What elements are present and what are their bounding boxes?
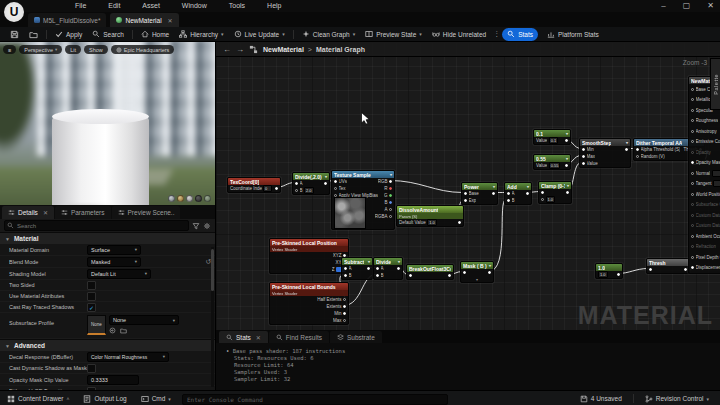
input-pin[interactable] [691,109,694,112]
output-pin[interactable] [324,182,327,185]
input-pin[interactable] [691,203,694,206]
search-button[interactable]: Search [87,28,129,41]
section-advanced[interactable]: ▼Advanced [0,339,215,351]
show-button[interactable]: Show [84,45,108,54]
graph-node-smoothstep[interactable]: SmoothStep▾MinMaxValue [579,138,631,168]
console-input[interactable] [182,394,448,405]
node-title[interactable]: Subtract▾ [342,258,372,265]
graph-node-pre-skinned-local-bounds[interactable]: Pre-Skinned Local BoundsVertex ShaderHal… [269,282,349,325]
menu-file[interactable]: File [64,0,97,12]
output-pin[interactable] [343,305,346,308]
input-pin[interactable] [691,151,694,154]
cmd-button[interactable]: Cmd▾ [134,391,178,405]
graph-node-power[interactable]: Power▾BaseExp [461,182,498,205]
close-tab-icon[interactable]: ✕ [168,17,173,24]
output-pin[interactable] [343,319,346,322]
output-pin[interactable] [389,201,392,204]
save-button[interactable] [5,28,24,41]
graph-node-texture-sample[interactable]: Texture Sample▾UVsRGBTexRApply View MipB… [331,170,395,230]
graph-node-const-0-55[interactable]: 0.55▾Value0.55 [533,154,571,170]
graph-node-divide-uv[interactable]: Divide(,2.0)▾AB2.0 [292,172,330,195]
live-update-button[interactable]: Live Update▾ [229,28,290,41]
node-title[interactable]: 1.0 [596,264,622,271]
input-pin[interactable] [334,187,337,190]
preview-viewport[interactable]: ≡ Perspective▾ Lit Show Epic Headquarter… [0,42,215,205]
graph-node-mask-b[interactable]: Mask ( B )▾▾ [460,261,494,283]
tab-new-material[interactable]: NewMaterial ✕ [110,13,178,27]
menu-window[interactable]: Window [171,0,218,12]
input-pin[interactable] [464,199,467,202]
forward-icon[interactable]: → [236,45,244,54]
browse-icon[interactable] [120,327,127,334]
use-selected-icon[interactable] [109,327,116,334]
subsurface-profile-dropdown[interactable]: None▾ [109,315,179,325]
output-pin[interactable] [565,164,568,167]
input-pin[interactable] [463,271,466,274]
close-icon[interactable]: ✕ [707,0,714,12]
output-log-button[interactable]: Output Log [76,391,133,405]
stats-button[interactable]: Stats [502,28,538,41]
input-pin[interactable] [582,155,585,158]
node-title[interactable]: Divide▾ [374,258,402,265]
output-pin[interactable] [448,274,451,277]
output-pin[interactable] [566,191,569,194]
back-icon[interactable]: ← [223,45,231,54]
menu-edit[interactable]: Edit [97,0,131,12]
input-pin[interactable] [649,268,652,271]
node-title[interactable]: TexCoord[0] [228,178,280,185]
output-pin[interactable] [275,187,278,190]
maximize-icon[interactable]: ▢ [683,0,691,12]
input-pin[interactable] [691,256,694,259]
cast-dynamic-shadow-as-masked-checkbox[interactable] [87,364,96,373]
value-box[interactable] [713,180,720,187]
tab-parameters[interactable]: Parameters [55,206,111,219]
input-pin[interactable] [636,155,639,158]
graph-node-clamp[interactable]: Clamp (0-1)▾1.0 [538,181,572,204]
output-pin[interactable] [397,267,400,270]
preview-shape-cylinder[interactable] [168,195,175,202]
output-pin[interactable] [389,215,392,218]
output-pin[interactable] [565,139,568,142]
node-title[interactable]: Pre-Skinned Local Position [270,239,348,246]
content-drawer-button[interactable]: Content Drawer˄ [0,391,76,405]
input-pin[interactable] [507,199,510,202]
graph-node-add[interactable]: Add▾AB [504,182,532,205]
output-pin[interactable] [488,271,491,274]
environment-button[interactable]: Epic Headquarters [111,45,175,54]
input-pin[interactable] [691,119,694,122]
output-pin[interactable] [625,148,628,151]
input-pin[interactable] [344,267,347,270]
input-pin[interactable] [691,130,694,133]
node-title[interactable]: Mask ( B )▾ [461,262,493,269]
value-box[interactable]: 0.1 [549,137,559,144]
node-title[interactable]: Clamp (0-1)▾ [539,182,571,189]
input-pin[interactable] [691,88,694,91]
output-pin[interactable] [389,194,392,197]
input-pin[interactable] [691,235,694,238]
node-title[interactable]: Add▾ [505,183,531,190]
details-search-input[interactable] [4,220,189,231]
node-title[interactable]: DissolveAmount [397,206,463,213]
platform-stats-button[interactable]: Platform Stats [542,28,604,41]
output-pin[interactable] [389,208,392,211]
graph-node-texcoord[interactable]: TexCoord[0]Coordinate Index0 [227,177,281,193]
value-box[interactable]: 1.0 [598,271,608,278]
apply-button[interactable]: Apply [50,28,87,41]
lit-button[interactable]: Lit [65,45,81,54]
output-pin[interactable] [343,312,346,315]
tab-substrate[interactable]: Substrate [330,331,382,343]
preview-shape-plane[interactable] [186,195,193,202]
menu-help[interactable]: Help [256,0,292,12]
preview-shape-sphere[interactable] [177,195,184,202]
value-box[interactable] [712,170,720,177]
value-box[interactable]: 1.0 [427,219,437,226]
graph-node-breakout-float3[interactable]: BreakOutFloat3Components [406,264,454,280]
use-material-attributes-checkbox[interactable] [87,292,96,301]
tab-details[interactable]: Details ✕ [2,206,54,219]
input-pin[interactable] [376,267,379,270]
node-title[interactable]: 0.55▾ [534,155,570,162]
graph-node-dissolve-amount[interactable]: DissolveAmountParam (S)Default Value1.0 [396,205,464,227]
input-pin[interactable] [344,274,347,277]
subsurface-profile-thumbnail[interactable]: None [87,315,106,335]
preview-mesh-cylinder[interactable] [52,110,149,205]
